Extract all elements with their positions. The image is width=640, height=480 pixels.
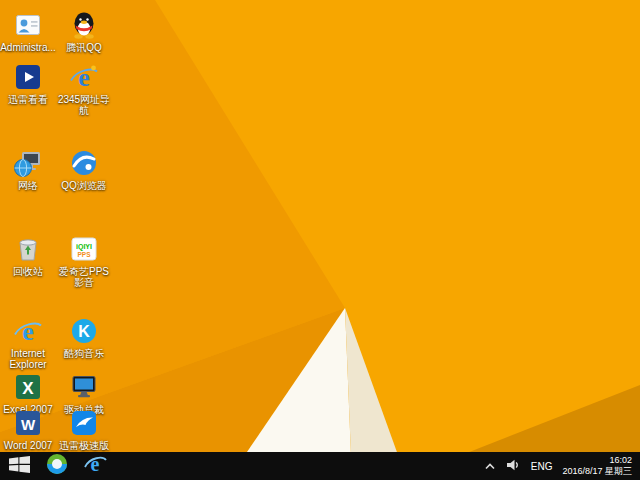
icon-label: Administra... xyxy=(0,42,56,53)
tencent-qq-icon xyxy=(69,10,99,40)
svg-text:iQIYI: iQIYI xyxy=(76,243,92,251)
desktop-icon-word-2007[interactable]: W Word 2007 xyxy=(0,408,56,451)
icon-label: 爱奇艺PPS影音 xyxy=(56,266,112,288)
internet-explorer-icon: e xyxy=(83,452,107,480)
desktop-icon-xunlei[interactable]: 迅雷极速版 xyxy=(56,408,112,451)
volume-button[interactable] xyxy=(501,452,525,480)
speaker-icon xyxy=(506,457,520,475)
desktop-icon-tencent-qq[interactable]: 腾讯QQ xyxy=(56,10,112,53)
icon-label: 网络 xyxy=(18,180,38,191)
icon-label: 酷狗音乐 xyxy=(64,348,104,359)
svg-text:e: e xyxy=(91,453,100,475)
desktop-icon-kugou-music[interactable]: K 酷狗音乐 xyxy=(56,316,112,359)
desktop-icon-iqiyi-pps[interactable]: iQIYI PPS 爱奇艺PPS影音 xyxy=(56,234,112,288)
word-2007-icon: W xyxy=(13,408,43,438)
icon-label: 回收站 xyxy=(13,266,43,277)
icon-label: 迅雷看看 xyxy=(8,94,48,105)
icon-label: 腾讯QQ xyxy=(66,42,102,53)
desktop-icon-xunlei-kankan[interactable]: 迅雷看看 xyxy=(0,62,56,105)
icon-label: 迅雷极速版 xyxy=(59,440,109,451)
svg-text:X: X xyxy=(22,379,34,398)
desktop-icon-network[interactable]: 网络 xyxy=(0,148,56,191)
icon-label: Internet Explorer xyxy=(0,348,56,370)
xunlei-icon xyxy=(69,408,99,438)
recycle-bin-icon xyxy=(13,234,43,264)
qq-browser-icon xyxy=(69,148,99,178)
network-icon xyxy=(13,148,43,178)
svg-text:K: K xyxy=(78,323,90,340)
svg-text:PPS: PPS xyxy=(77,251,91,258)
taskbar-browser-360-button[interactable] xyxy=(38,452,76,480)
svg-text:e: e xyxy=(78,63,90,92)
taskbar-internet-explorer-button[interactable]: e xyxy=(76,452,114,480)
clock-date-line: 2016/8/17 星期三 xyxy=(562,466,632,477)
chevron-up-icon xyxy=(484,457,496,475)
excel-2007-icon: X xyxy=(13,372,43,402)
clock-time: 16:02 xyxy=(562,455,632,466)
desktop: Administra... 迅雷看看 网络 xyxy=(0,0,640,480)
clock-date: 2016/8/17 xyxy=(562,466,602,476)
svg-text:e: e xyxy=(22,317,34,346)
desktop-icon-internet-explorer[interactable]: e Internet Explorer xyxy=(0,316,56,370)
start-button[interactable] xyxy=(0,452,38,480)
iqiyi-pps-icon: iQIYI PPS xyxy=(69,234,99,264)
desktop-icon-administrator[interactable]: Administra... xyxy=(0,10,56,53)
show-hidden-icons-button[interactable] xyxy=(479,452,501,480)
language-indicator[interactable]: ENG xyxy=(525,452,559,480)
administrator-icon xyxy=(13,10,43,40)
svg-text:W: W xyxy=(21,416,36,433)
xunlei-kankan-icon xyxy=(13,62,43,92)
start-icon xyxy=(9,456,30,477)
desktop-icon-recycle-bin[interactable]: 回收站 xyxy=(0,234,56,277)
desktop-icon-qq-browser[interactable]: QQ浏览器 xyxy=(56,148,112,191)
taskbar-clock[interactable]: 16:02 2016/8/17 星期三 xyxy=(558,455,640,477)
internet-explorer-icon: e xyxy=(13,316,43,346)
driver-monitor-icon xyxy=(69,372,99,402)
system-tray: ENG 16:02 2016/8/17 星期三 xyxy=(479,452,640,480)
icon-label: QQ浏览器 xyxy=(61,180,107,191)
browser-2345-icon: e xyxy=(69,62,99,92)
desktop-icon-2345-nav[interactable]: e 2345网址导航 xyxy=(56,62,112,116)
browser-360-icon xyxy=(46,453,68,479)
taskbar: e ENG xyxy=(0,452,640,480)
clock-weekday: 星期三 xyxy=(605,466,632,476)
icon-label: 2345网址导航 xyxy=(56,94,112,116)
kugou-music-icon: K xyxy=(69,316,99,346)
icon-label: Word 2007 xyxy=(4,440,53,451)
